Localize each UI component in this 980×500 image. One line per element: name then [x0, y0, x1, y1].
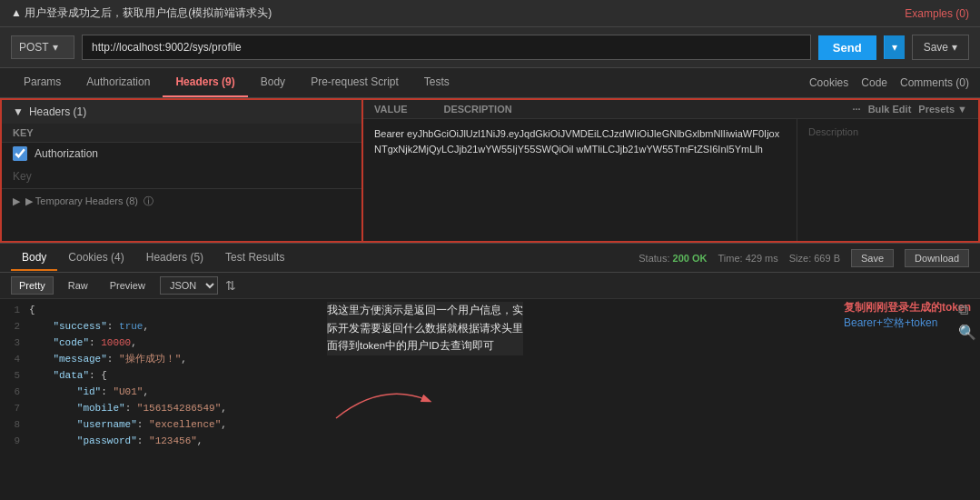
- dots-menu[interactable]: ···: [852, 104, 860, 115]
- pretty-btn[interactable]: Pretty: [11, 276, 54, 295]
- auth-key-value: Authorization: [35, 147, 98, 160]
- size-info: Size: 669 B: [789, 253, 840, 264]
- cookies-link[interactable]: Cookies: [809, 76, 848, 89]
- value-column-label: VALUE: [374, 104, 407, 115]
- code-line-8: 8 "username": "excellence",: [0, 417, 980, 434]
- code-area: 1 { 2 "success": true, 3 "code": 10000, …: [0, 299, 980, 451]
- resp-tab-body[interactable]: Body: [11, 245, 57, 271]
- status-badge: Status: 200 OK: [638, 253, 707, 264]
- headers-section-title: ▼ Headers (1): [2, 100, 361, 124]
- bearer-value: Bearer eyJhbGciOiJlUzl1NiJ9.eyJqdGkiOiJV…: [363, 119, 797, 241]
- bulk-edit-btn[interactable]: Bulk Edit: [868, 104, 912, 115]
- value-section: VALUE DESCRIPTION ··· Bulk Edit Presets …: [363, 100, 978, 241]
- wrap-icon[interactable]: ⇅: [225, 278, 236, 293]
- format-bar: Pretty Raw Preview JSON ⇅: [0, 273, 980, 299]
- desc-column-label: DESCRIPTION: [443, 104, 511, 115]
- code-line-10: 10 "enableState": 1,: [0, 450, 980, 451]
- auth-checkbox[interactable]: [13, 146, 27, 161]
- presets-btn[interactable]: Presets ▼: [918, 104, 967, 115]
- url-input[interactable]: [82, 35, 811, 60]
- value-row: Bearer eyJhbGciOiJlUzl1NiJ9.eyJqdGkiOiJV…: [363, 118, 978, 241]
- code-line-4: 4 "message": "操作成功！",: [0, 352, 980, 368]
- temporary-headers-row: ▶ ▶ Temporary Headers (8) ⓘ: [2, 188, 361, 214]
- method-select[interactable]: POST ▾: [11, 35, 74, 59]
- format-select[interactable]: JSON: [160, 276, 218, 295]
- send-dropdown-button[interactable]: ▾: [884, 35, 905, 59]
- resp-tab-testresults[interactable]: Test Results: [214, 245, 295, 271]
- response-tabs: Body Cookies (4) Headers (5) Test Result…: [0, 244, 980, 273]
- save-response-button[interactable]: Save: [851, 249, 894, 267]
- headers-table-header: KEY: [2, 124, 361, 142]
- response-tabs-list: Body Cookies (4) Headers (5) Test Result…: [11, 245, 295, 271]
- url-bar: POST ▾ Send ▾ Save ▾: [0, 27, 980, 68]
- value-table-header: VALUE DESCRIPTION ··· Bulk Edit Presets …: [363, 100, 978, 118]
- code-line-9: 9 "password": "123456",: [0, 434, 980, 450]
- tab-headers[interactable]: Headers (9): [163, 68, 247, 97]
- page-title: ▲ 用户登录成功之后，获取用户信息(模拟前端请求头): [11, 5, 272, 21]
- key-column-label: KEY: [13, 127, 176, 138]
- request-tabs: Params Authorization Headers (9) Body Pr…: [0, 68, 980, 98]
- code-link[interactable]: Code: [861, 76, 887, 89]
- examples-link[interactable]: Examples (0): [905, 7, 969, 20]
- description-cell: Description: [797, 119, 978, 241]
- code-line-2: 2 "success": true,: [0, 319, 980, 335]
- save-button[interactable]: Save ▾: [912, 35, 969, 60]
- headers-row-auth: Authorization: [2, 142, 361, 165]
- key-placeholder: Key: [2, 165, 361, 188]
- headers-right-panel: VALUE DESCRIPTION ··· Bulk Edit Presets …: [361, 98, 980, 243]
- code-line-1: 1 {: [0, 303, 980, 319]
- time-info: Time: 429 ms: [718, 253, 778, 264]
- tab-body[interactable]: Body: [248, 68, 298, 97]
- headers-table: KEY Authorization Key: [2, 124, 361, 188]
- code-line-6: 6 "id": "U01",: [0, 385, 980, 401]
- download-button[interactable]: Download: [905, 249, 969, 267]
- request-tabs-right: Cookies Code Comments (0): [809, 76, 969, 89]
- headers-left-panel: ▼ Headers (1) KEY Authorization Key ▶ ▶ …: [0, 98, 363, 243]
- preview-btn[interactable]: Preview: [103, 277, 153, 294]
- raw-btn[interactable]: Raw: [61, 277, 95, 294]
- resp-tab-headers[interactable]: Headers (5): [135, 245, 214, 271]
- top-bar: ▲ 用户登录成功之后，获取用户信息(模拟前端请求头) Examples (0): [0, 0, 980, 27]
- info-icon: ⓘ: [144, 195, 153, 208]
- response-info: Status: 200 OK Time: 429 ms Size: 669 B …: [638, 249, 969, 267]
- body-content-wrapper: Pretty Raw Preview JSON ⇅ 1 { 2 "success…: [0, 273, 980, 451]
- comments-link[interactable]: Comments (0): [900, 76, 969, 89]
- code-line-5: 5 "data": {: [0, 368, 980, 385]
- tab-params[interactable]: Params: [11, 68, 74, 97]
- code-line-3: 3 "code": 10000,: [0, 335, 980, 352]
- tab-tests[interactable]: Tests: [411, 68, 462, 97]
- headers-section: ▼ Headers (1) KEY Authorization Key ▶ ▶ …: [0, 98, 980, 244]
- send-button[interactable]: Send: [818, 35, 876, 60]
- tab-prerequest[interactable]: Pre-request Script: [298, 68, 411, 97]
- request-tabs-list: Params Authorization Headers (9) Body Pr…: [11, 68, 462, 97]
- code-line-7: 7 "mobile": "156154286549",: [0, 401, 980, 417]
- resp-tab-cookies[interactable]: Cookies (4): [57, 245, 134, 271]
- tab-authorization[interactable]: Authorization: [74, 68, 163, 97]
